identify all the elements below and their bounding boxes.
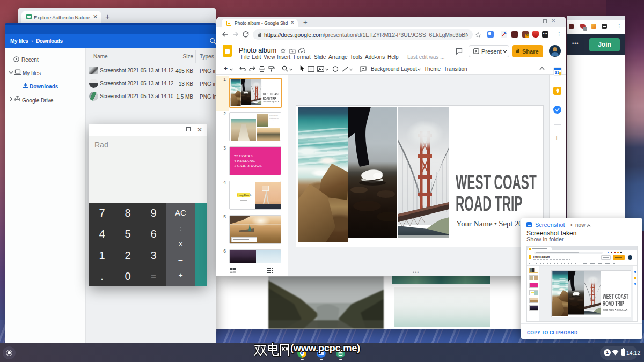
svg-text:31: 31 [555, 71, 559, 75]
